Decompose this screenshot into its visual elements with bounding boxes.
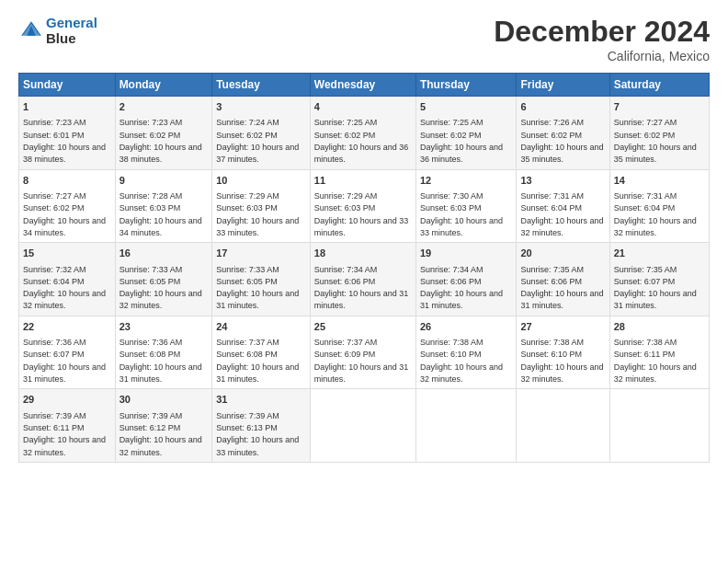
calendar-cell [310,389,415,463]
day-number: 17 [216,247,306,260]
page-header: General Blue December 2024 California, M… [18,15,710,63]
cell-info: Sunrise: 7:36 AM Sunset: 6:08 PM Dayligh… [119,338,202,384]
day-number: 25 [314,320,412,334]
calendar-cell: 10Sunrise: 7:29 AM Sunset: 6:03 PM Dayli… [212,169,311,243]
col-sunday: Sunday [19,74,116,97]
location: California, Mexico [494,49,710,63]
calendar-cell [609,389,709,463]
calendar-cell: 18Sunrise: 7:34 AM Sunset: 6:06 PM Dayli… [310,243,415,316]
calendar-cell: 5Sunrise: 7:25 AM Sunset: 6:02 PM Daylig… [415,97,516,170]
calendar-cell: 20Sunrise: 7:35 AM Sunset: 6:06 PM Dayli… [517,243,609,316]
calendar-cell: 30Sunrise: 7:39 AM Sunset: 6:12 PM Dayli… [115,389,212,463]
day-number: 9 [119,174,209,188]
calendar-cell: 6Sunrise: 7:26 AM Sunset: 6:02 PM Daylig… [517,97,609,170]
cell-info: Sunrise: 7:31 AM Sunset: 6:04 PM Dayligh… [614,191,697,237]
col-wednesday: Wednesday [310,74,415,97]
day-number: 7 [614,100,705,114]
day-number: 23 [119,320,209,334]
day-number: 18 [314,247,412,260]
cell-info: Sunrise: 7:29 AM Sunset: 6:03 PM Dayligh… [216,191,299,237]
cell-info: Sunrise: 7:39 AM Sunset: 6:13 PM Dayligh… [216,411,299,457]
day-number: 29 [23,393,111,407]
cell-info: Sunrise: 7:34 AM Sunset: 6:06 PM Dayligh… [314,265,409,311]
day-number: 2 [119,100,209,114]
cell-info: Sunrise: 7:25 AM Sunset: 6:02 PM Dayligh… [314,118,409,164]
calendar-cell: 21Sunrise: 7:35 AM Sunset: 6:07 PM Dayli… [609,243,709,316]
calendar-cell [415,389,516,463]
day-number: 15 [23,247,111,260]
calendar-cell: 25Sunrise: 7:37 AM Sunset: 6:09 PM Dayli… [310,316,415,389]
cell-info: Sunrise: 7:35 AM Sunset: 6:06 PM Dayligh… [520,265,603,311]
logo-text-line1: General [46,15,97,30]
calendar-cell: 11Sunrise: 7:29 AM Sunset: 6:03 PM Dayli… [310,169,415,243]
logo-text-line2: Blue [46,30,97,46]
col-saturday: Saturday [609,74,709,97]
calendar-cell: 2Sunrise: 7:23 AM Sunset: 6:02 PM Daylig… [115,97,212,170]
cell-info: Sunrise: 7:33 AM Sunset: 6:05 PM Dayligh… [119,265,202,311]
calendar-cell: 19Sunrise: 7:34 AM Sunset: 6:06 PM Dayli… [415,243,516,316]
day-number: 26 [420,320,512,334]
calendar-cell: 12Sunrise: 7:30 AM Sunset: 6:03 PM Dayli… [415,169,516,243]
calendar-week-row: 1Sunrise: 7:23 AM Sunset: 6:01 PM Daylig… [19,97,710,170]
cell-info: Sunrise: 7:29 AM Sunset: 6:03 PM Dayligh… [314,191,409,237]
cell-info: Sunrise: 7:23 AM Sunset: 6:02 PM Dayligh… [119,118,202,164]
day-number: 24 [216,320,306,334]
day-number: 19 [420,247,512,260]
calendar-cell: 24Sunrise: 7:37 AM Sunset: 6:08 PM Dayli… [212,316,311,389]
col-tuesday: Tuesday [212,74,311,97]
cell-info: Sunrise: 7:28 AM Sunset: 6:03 PM Dayligh… [119,191,202,237]
cell-info: Sunrise: 7:27 AM Sunset: 6:02 PM Dayligh… [23,191,106,237]
col-thursday: Thursday [415,74,516,97]
calendar-cell: 1Sunrise: 7:23 AM Sunset: 6:01 PM Daylig… [19,97,116,170]
cell-info: Sunrise: 7:35 AM Sunset: 6:07 PM Dayligh… [614,265,697,311]
calendar-table: Sunday Monday Tuesday Wednesday Thursday… [18,73,710,463]
calendar-cell: 15Sunrise: 7:32 AM Sunset: 6:04 PM Dayli… [19,243,116,316]
calendar-cell: 8Sunrise: 7:27 AM Sunset: 6:02 PM Daylig… [19,169,116,243]
calendar-week-row: 22Sunrise: 7:36 AM Sunset: 6:07 PM Dayli… [19,316,710,389]
col-friday: Friday [517,74,609,97]
calendar-cell: 4Sunrise: 7:25 AM Sunset: 6:02 PM Daylig… [310,97,415,170]
cell-info: Sunrise: 7:30 AM Sunset: 6:03 PM Dayligh… [420,191,503,237]
cell-info: Sunrise: 7:39 AM Sunset: 6:11 PM Dayligh… [23,411,106,457]
calendar-week-row: 29Sunrise: 7:39 AM Sunset: 6:11 PM Dayli… [19,389,710,463]
day-number: 28 [614,320,705,334]
cell-info: Sunrise: 7:23 AM Sunset: 6:01 PM Dayligh… [23,118,106,164]
col-monday: Monday [115,74,212,97]
calendar-cell: 22Sunrise: 7:36 AM Sunset: 6:07 PM Dayli… [19,316,116,389]
day-number: 8 [23,174,111,188]
calendar-cell: 9Sunrise: 7:28 AM Sunset: 6:03 PM Daylig… [115,169,212,243]
calendar-cell: 13Sunrise: 7:31 AM Sunset: 6:04 PM Dayli… [517,169,609,243]
cell-info: Sunrise: 7:27 AM Sunset: 6:02 PM Dayligh… [614,118,697,164]
calendar-cell: 14Sunrise: 7:31 AM Sunset: 6:04 PM Dayli… [609,169,709,243]
day-number: 10 [216,174,306,188]
calendar-cell: 3Sunrise: 7:24 AM Sunset: 6:02 PM Daylig… [212,97,311,170]
cell-info: Sunrise: 7:38 AM Sunset: 6:10 PM Dayligh… [520,338,603,384]
cell-info: Sunrise: 7:32 AM Sunset: 6:04 PM Dayligh… [23,265,106,311]
day-number: 27 [520,320,605,334]
calendar-cell: 28Sunrise: 7:38 AM Sunset: 6:11 PM Dayli… [609,316,709,389]
logo: General Blue [18,15,97,47]
calendar-week-row: 15Sunrise: 7:32 AM Sunset: 6:04 PM Dayli… [19,243,710,316]
calendar-cell: 16Sunrise: 7:33 AM Sunset: 6:05 PM Dayli… [115,243,212,316]
day-number: 11 [314,174,412,188]
day-number: 20 [520,247,605,260]
cell-info: Sunrise: 7:37 AM Sunset: 6:09 PM Dayligh… [314,338,409,384]
day-number: 30 [119,393,209,407]
cell-info: Sunrise: 7:38 AM Sunset: 6:10 PM Dayligh… [420,338,503,384]
day-number: 21 [614,247,705,260]
day-number: 12 [420,174,512,188]
cell-info: Sunrise: 7:24 AM Sunset: 6:02 PM Dayligh… [216,118,299,164]
calendar-cell: 26Sunrise: 7:38 AM Sunset: 6:10 PM Dayli… [415,316,516,389]
cell-info: Sunrise: 7:37 AM Sunset: 6:08 PM Dayligh… [216,338,299,384]
cell-info: Sunrise: 7:25 AM Sunset: 6:02 PM Dayligh… [420,118,503,164]
day-number: 5 [420,100,512,114]
day-number: 1 [23,100,111,114]
calendar-cell: 23Sunrise: 7:36 AM Sunset: 6:08 PM Dayli… [115,316,212,389]
calendar-cell: 7Sunrise: 7:27 AM Sunset: 6:02 PM Daylig… [609,97,709,170]
day-number: 22 [23,320,111,334]
calendar-cell [517,389,609,463]
calendar-week-row: 8Sunrise: 7:27 AM Sunset: 6:02 PM Daylig… [19,169,710,243]
day-number: 16 [119,247,209,260]
month-title: December 2024 [494,15,710,49]
cell-info: Sunrise: 7:36 AM Sunset: 6:07 PM Dayligh… [23,338,106,384]
